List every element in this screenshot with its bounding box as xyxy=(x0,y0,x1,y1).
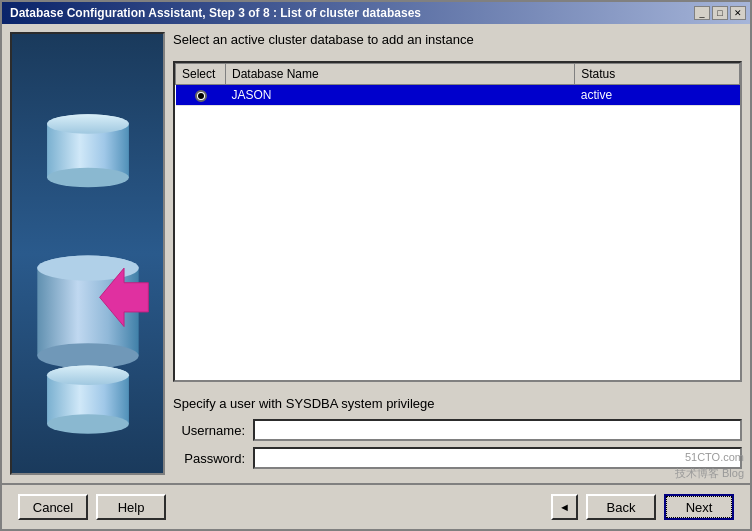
cancel-button[interactable]: Cancel xyxy=(18,494,88,520)
back-button[interactable]: Back xyxy=(586,494,656,520)
radio-button[interactable] xyxy=(195,90,207,102)
watermark: 51CTO.com 技术博客 Blog xyxy=(675,450,744,481)
help-button[interactable]: Help xyxy=(96,494,166,520)
minimize-button[interactable]: _ xyxy=(694,6,710,20)
table-row[interactable]: JASON active xyxy=(176,85,740,106)
radio-inner xyxy=(198,93,204,99)
watermark-line2: 技术博客 Blog xyxy=(675,466,744,481)
database-table-container: Select Database Name Status xyxy=(173,61,742,382)
table-header-row: Select Database Name Status xyxy=(176,64,740,85)
window-title: Database Configuration Assistant, Step 3… xyxy=(10,6,421,20)
back-arrow-button[interactable]: ◄ xyxy=(551,494,578,520)
watermark-line1: 51CTO.com xyxy=(675,450,744,465)
svg-point-11 xyxy=(47,366,129,385)
col-header-status: Status xyxy=(575,64,740,85)
close-button[interactable]: ✕ xyxy=(730,6,746,20)
next-button[interactable]: Next xyxy=(664,494,734,520)
password-row: Password: xyxy=(173,447,742,469)
window-content: Select an active cluster database to add… xyxy=(2,24,750,529)
password-label: Password: xyxy=(173,451,253,466)
instruction-text: Select an active cluster database to add… xyxy=(173,32,742,47)
sysdba-section: Specify a user with SYSDBA system privil… xyxy=(173,396,742,475)
main-area: Select an active cluster database to add… xyxy=(2,24,750,483)
left-illustration-panel xyxy=(10,32,165,475)
password-input[interactable] xyxy=(253,447,742,469)
select-cell[interactable] xyxy=(176,85,226,106)
sysdba-title: Specify a user with SYSDBA system privil… xyxy=(173,396,742,411)
bottom-bar: Cancel Help ◄ Back Next 51CTO.com 技术博客 B… xyxy=(2,483,750,529)
svg-point-6 xyxy=(37,343,138,368)
svg-point-2 xyxy=(47,168,129,187)
status-cell: active xyxy=(575,85,740,106)
svg-point-10 xyxy=(47,414,129,433)
username-label: Username: xyxy=(173,423,253,438)
main-window: Database Configuration Assistant, Step 3… xyxy=(0,0,752,531)
col-header-dbname: Database Name xyxy=(226,64,575,85)
bottom-right-buttons: ◄ Back Next xyxy=(551,494,734,520)
database-table: Select Database Name Status xyxy=(175,63,740,106)
cylinders-illustration xyxy=(12,34,163,473)
bottom-left-buttons: Cancel Help xyxy=(18,494,166,520)
back-arrow-icon: ◄ xyxy=(559,501,570,513)
svg-point-3 xyxy=(47,114,129,133)
username-row: Username: xyxy=(173,419,742,441)
col-header-select: Select xyxy=(176,64,226,85)
window-controls: _ □ ✕ xyxy=(694,6,746,20)
username-input[interactable] xyxy=(253,419,742,441)
right-panel: Select an active cluster database to add… xyxy=(173,32,742,475)
dbname-cell: JASON xyxy=(226,85,575,106)
title-bar: Database Configuration Assistant, Step 3… xyxy=(2,2,750,24)
maximize-button[interactable]: □ xyxy=(712,6,728,20)
